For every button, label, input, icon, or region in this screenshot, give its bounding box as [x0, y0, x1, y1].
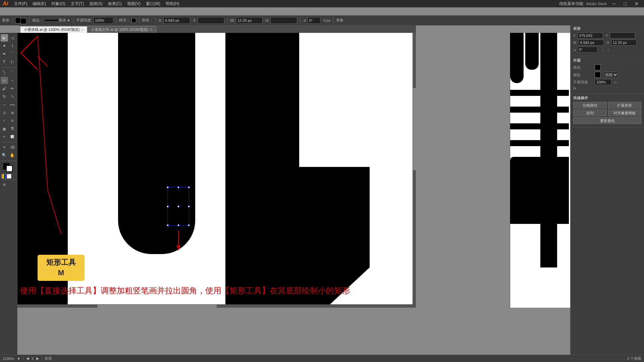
y-coord-input[interactable] [198, 17, 224, 24]
stroke-weight-box[interactable]: 基本 ▼ [45, 18, 70, 23]
style-preview[interactable] [131, 18, 136, 23]
zoom-tool[interactable]: 🔍 [1, 152, 8, 159]
shape-builder-tool[interactable]: ⊞ [9, 109, 16, 116]
w-input[interactable] [236, 17, 263, 24]
pen-tool[interactable]: ✒ [1, 50, 8, 58]
transform-h-input[interactable] [611, 40, 637, 46]
menu-select[interactable]: 选择(S) [87, 1, 105, 7]
menu-edit[interactable]: 编辑(E) [31, 1, 48, 7]
zoom-label[interactable]: 1200% [3, 357, 14, 361]
adobe-stock-label[interactable]: Adobe Stock [586, 2, 607, 6]
handle-bl[interactable] [167, 224, 169, 226]
rotate-tool[interactable]: ↻ [1, 93, 8, 100]
rectangle-tool[interactable]: ▭ [1, 77, 8, 84]
mesh-tool[interactable]: ⊟ [9, 117, 16, 124]
flip-h-icon[interactable]: ↔ [601, 48, 605, 52]
canvas-scrollbar-vertical[interactable] [413, 33, 416, 308]
magic-wand-tool[interactable]: ✦ [1, 42, 8, 50]
scrollbar-thumb-v[interactable] [413, 88, 416, 170]
tab-doc2[interactable]: 小墨源文件.ai @ 100% (RGB/预览) ✕ [87, 26, 156, 33]
handle-br[interactable] [188, 224, 190, 226]
preview-canvas [510, 33, 570, 308]
opacity-panel-input[interactable] [595, 79, 611, 85]
tab1-close[interactable]: ✕ [81, 28, 84, 32]
handle-ml[interactable] [167, 205, 169, 207]
flip-v-icon[interactable]: ↕ [607, 48, 609, 52]
menu-file[interactable]: 文件(F) [12, 1, 29, 7]
type-vertical-tool[interactable]: T↕ [9, 58, 16, 66]
line-tool[interactable]: ╲ [1, 69, 8, 76]
menu-window[interactable]: 窗口(W) [144, 1, 162, 7]
lasso-tool[interactable]: ⌇ [9, 42, 16, 50]
titlebar-left: Ai 文件(F) 编辑(E) 对象(O) 文字(T) 选择(S) 效果(C) 视… [3, 1, 181, 7]
fill-color-panel-swatch[interactable] [595, 64, 601, 70]
zoom-dropdown-icon[interactable]: ▼ [17, 357, 20, 361]
handle-tl[interactable] [167, 186, 169, 188]
free-transform-tool[interactable]: ⊡ [1, 109, 8, 116]
tab-doc1[interactable]: 小墨讲稿.ai @ 1200% (RGB/预览) ✕ [20, 26, 87, 33]
transform-label[interactable]: 变换 [336, 18, 343, 23]
gradient-tool[interactable]: ▦ [1, 125, 8, 132]
arc-tool[interactable]: ⌒ [9, 69, 16, 76]
opacity-input[interactable] [93, 17, 113, 24]
artboard-tool[interactable]: ⊞ [1, 181, 8, 188]
handle-mc[interactable] [177, 205, 179, 207]
angle-icon-panel: ⊿ [573, 48, 576, 52]
nav-page-input[interactable]: 2 [32, 357, 34, 361]
h-input[interactable] [270, 17, 297, 24]
blend-tool[interactable]: ∞ [1, 133, 8, 140]
menu-help[interactable]: 帮助(H) [164, 1, 181, 7]
handle-tc[interactable] [177, 186, 179, 188]
eraser-tool[interactable]: ⌫ [9, 143, 16, 151]
direct-selection-tool[interactable]: ◁ [9, 34, 16, 42]
transform-angle-input[interactable] [577, 47, 597, 53]
pencil-tool[interactable]: ✏ [9, 85, 16, 92]
opacity-slider-icon[interactable]: ▷ [614, 80, 617, 84]
type-tool[interactable]: T [1, 58, 8, 66]
stroke-color-panel-swatch[interactable] [595, 72, 601, 78]
hand-tool[interactable]: ✋ [9, 152, 16, 159]
window-maximize-button[interactable]: □ [621, 1, 629, 6]
chart-tool[interactable]: 📊 [9, 133, 16, 140]
transform-x-input[interactable] [578, 33, 603, 39]
window-close-button[interactable]: ✕ [632, 1, 641, 6]
eyedropper-tool[interactable]: ⚗ [9, 125, 16, 132]
nav-prev-button[interactable]: ◀ [26, 356, 29, 361]
transform-y-input[interactable] [610, 33, 635, 39]
slice-tool[interactable]: ⊘ [1, 143, 8, 151]
recolor-button[interactable]: 重新着色 [573, 117, 641, 124]
handle-bc[interactable] [177, 224, 179, 226]
angle-input[interactable] [307, 17, 321, 24]
stroke-color-swatch[interactable] [6, 165, 13, 172]
stroke-type-select[interactable]: 实线 [603, 71, 618, 78]
selected-rectangle[interactable] [167, 187, 189, 226]
scale-tool[interactable]: ⤡ [9, 93, 16, 100]
color-mode-button[interactable] [1, 174, 6, 179]
arrange-button[interactable]: 排列 [573, 110, 607, 116]
handle-mr[interactable] [188, 205, 190, 207]
menu-type[interactable]: 文字(T) [69, 1, 86, 7]
canvas-scrollbar-horizontal[interactable] [17, 304, 416, 308]
menu-effect[interactable]: 效果(C) [106, 1, 124, 7]
ellipse-tool[interactable]: ○ [9, 77, 16, 84]
none-color-button[interactable] [7, 174, 11, 179]
tab2-close[interactable]: ✕ [150, 28, 153, 32]
menu-object[interactable]: 对象(O) [49, 1, 67, 7]
path-offset-button[interactable]: 位移路径 [573, 102, 607, 109]
pixel-align-button[interactable]: 对齐像素网格 [608, 110, 642, 116]
window-minimize-button[interactable]: ─ [610, 1, 619, 6]
perspective-tool[interactable]: ⌗ [1, 117, 8, 124]
curvature-tool[interactable]: ⌒ [9, 50, 16, 58]
menu-view[interactable]: 视图(V) [125, 1, 143, 7]
x-coord-input[interactable] [163, 17, 190, 24]
handle-tr[interactable] [188, 186, 190, 188]
stroke-swatch[interactable] [20, 18, 26, 24]
nav-next-button[interactable]: ▶ [36, 356, 39, 361]
warp-tool[interactable]: ⌁ [1, 101, 8, 108]
scrollbar-thumb-h[interactable] [97, 305, 217, 308]
transform-w-input[interactable] [578, 40, 604, 46]
expand-shape-button[interactable]: 扩展形状 [608, 102, 642, 109]
paintbrush-tool[interactable]: 🖌 [1, 85, 8, 92]
selection-tool[interactable]: ▶ [1, 34, 8, 42]
width-tool[interactable]: ⟺ [9, 101, 16, 108]
